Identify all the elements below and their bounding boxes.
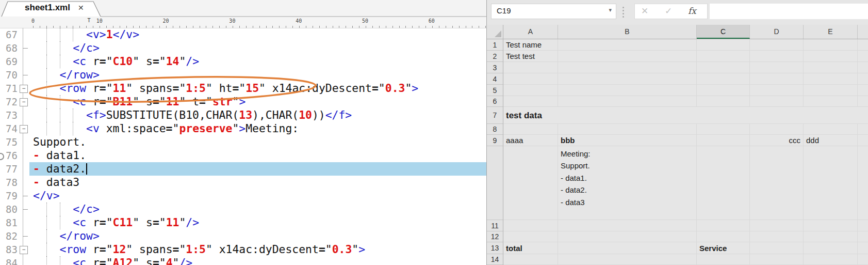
cell[interactable] — [558, 231, 697, 242]
cell[interactable] — [503, 254, 558, 264]
cell[interactable] — [804, 231, 858, 242]
fold-collapse-icon[interactable]: − — [20, 98, 28, 106]
editor-line-76[interactable]: 76- data1. — [0, 149, 486, 162]
editor-line-69[interactable]: 69 <c r="C10" s="14"/> — [0, 55, 486, 68]
row-header-10[interactable] — [487, 146, 503, 220]
cell[interactable] — [858, 51, 868, 61]
row-header-6[interactable]: 6 — [487, 96, 503, 107]
tab-sheet1-xml[interactable]: sheet1.xml — [19, 3, 76, 13]
cell[interactable] — [804, 96, 858, 106]
cell[interactable] — [697, 146, 750, 220]
grid-row[interactable] — [503, 124, 868, 135]
cell[interactable] — [858, 124, 868, 134]
row-header-1[interactable]: 1 — [487, 39, 503, 51]
column-header-A[interactable]: A — [503, 25, 558, 39]
grid-row[interactable] — [503, 254, 868, 265]
editor-line-79[interactable]: 79</v> — [0, 189, 486, 202]
editor-line-68[interactable]: 68 </c> — [0, 41, 486, 55]
cell[interactable] — [558, 62, 697, 73]
fold-collapse-icon[interactable]: − — [20, 246, 28, 254]
cell[interactable] — [750, 231, 804, 242]
insert-function-icon[interactable]: fx — [688, 6, 696, 16]
select-all-corner[interactable] — [487, 25, 503, 39]
cell[interactable] — [858, 85, 868, 96]
editor-line-70[interactable]: 70 </row> — [0, 68, 486, 82]
cell[interactable] — [750, 96, 804, 106]
cell[interactable] — [750, 85, 804, 96]
editor-line-82[interactable]: 82 </row> — [0, 229, 486, 243]
editor-line-72[interactable]: 72− <c r="B11" s="11" t="str"> — [0, 95, 486, 108]
row-header-5[interactable]: 5 — [487, 85, 503, 96]
grid-row[interactable] — [503, 231, 868, 242]
cell[interactable] — [558, 254, 697, 264]
cell[interactable] — [804, 73, 858, 84]
row-header-4[interactable]: 4 — [487, 73, 503, 85]
fold-collapse-icon[interactable]: − — [20, 125, 28, 133]
cell[interactable] — [503, 96, 558, 106]
cell[interactable] — [697, 135, 750, 146]
editor-line-78[interactable]: 78- data3 — [0, 176, 486, 189]
enter-icon[interactable]: ✓ — [665, 6, 672, 17]
spreadsheet-grid[interactable] — [503, 39, 868, 265]
editor-line-84[interactable]: 84 <c r="A12" s="4"/> — [0, 256, 486, 265]
cell[interactable] — [858, 231, 868, 242]
cell[interactable] — [503, 220, 558, 231]
cell[interactable] — [750, 242, 804, 254]
formula-bar-input[interactable] — [710, 4, 868, 19]
column-header-B[interactable]: B — [558, 25, 697, 39]
grid-row[interactable] — [503, 39, 868, 51]
row-header-3[interactable]: 3 — [487, 62, 503, 73]
cell[interactable] — [503, 124, 558, 134]
cell[interactable] — [804, 39, 858, 50]
cell[interactable] — [503, 85, 558, 96]
cell[interactable] — [858, 220, 868, 231]
row-header-12[interactable]: 12 — [487, 231, 503, 242]
grid-row[interactable] — [503, 62, 868, 73]
cell[interactable] — [697, 73, 750, 84]
cell[interactable] — [750, 124, 804, 134]
row-header-2[interactable]: 2 — [487, 51, 503, 62]
cell[interactable] — [858, 73, 868, 84]
grid-row[interactable] — [503, 96, 868, 107]
cell[interactable] — [858, 96, 868, 106]
column-header-E[interactable]: E — [804, 25, 858, 39]
cell[interactable] — [503, 231, 558, 242]
editor-line-77[interactable]: 77- data2. — [0, 162, 486, 176]
cell[interactable] — [750, 39, 804, 50]
grid-row[interactable] — [503, 73, 868, 85]
cell[interactable] — [697, 85, 750, 96]
cell[interactable] — [558, 39, 697, 50]
cell[interactable] — [697, 124, 750, 134]
name-box[interactable]: C19 ▾ — [491, 4, 616, 19]
cell[interactable] — [858, 146, 868, 220]
cell[interactable] — [503, 73, 558, 84]
row-header-13[interactable]: 13 — [487, 242, 503, 254]
grid-row[interactable] — [503, 242, 868, 254]
cell[interactable] — [750, 254, 804, 264]
cell[interactable] — [858, 242, 868, 254]
name-box-dropdown-icon[interactable]: ▾ — [609, 7, 612, 13]
grid-row[interactable] — [503, 220, 868, 231]
editor-code-area[interactable]: 67 <v>1</v>68 </c>69 <c r="C10" s="14"/>… — [0, 28, 486, 265]
editor-line-75[interactable]: 75Support. — [0, 135, 486, 149]
cell[interactable] — [750, 73, 804, 84]
grid-row[interactable] — [503, 51, 868, 62]
column-header-overflow[interactable] — [858, 25, 868, 39]
editor-line-83[interactable]: 83− <row r="12" spans="1:5" x14ac:dyDesc… — [0, 243, 486, 256]
grid-row[interactable] — [503, 107, 868, 124]
row-header-11[interactable]: 11 — [487, 220, 503, 231]
cell[interactable] — [804, 254, 858, 264]
grid-row[interactable] — [503, 85, 868, 96]
cell[interactable] — [558, 51, 697, 61]
cell[interactable] — [558, 220, 697, 231]
editor-line-67[interactable]: 67 <v>1</v> — [0, 28, 486, 41]
column-header-C[interactable]: C — [697, 25, 750, 39]
cell[interactable] — [858, 62, 868, 73]
cell[interactable] — [804, 220, 858, 231]
column-header-D[interactable]: D — [750, 25, 804, 39]
cell[interactable] — [750, 62, 804, 73]
row-header-9[interactable]: 9 — [487, 135, 503, 146]
editor-line-71[interactable]: 71− <row r="11" spans="1:5" ht="15" x14a… — [0, 82, 486, 95]
cell[interactable] — [558, 242, 697, 254]
cell[interactable] — [697, 254, 750, 264]
